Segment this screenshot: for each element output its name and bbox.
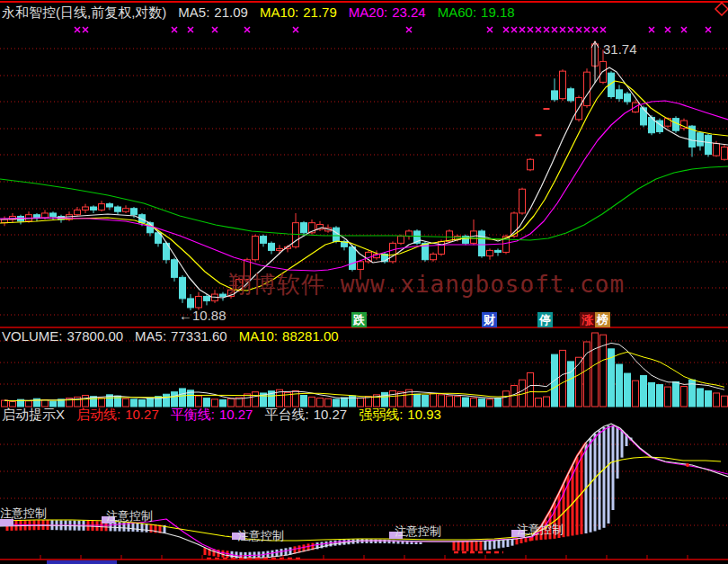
stock-chart-app: 31.74←10.88 永和智控(日线,前复权,对数)MA5:21.09MA10… (0, 0, 728, 564)
volume-ma10-readout: MA10:88281.00 (239, 328, 339, 344)
diamond-logo-icon[interactable] (715, 3, 728, 15)
volume-ma5-readout: MA5:77331.60 (135, 328, 227, 344)
volume-panel-header: VOLUME:37800.00MA5:77331.60MA10:88281.00 (2, 328, 339, 344)
signal-label: 注意控制 (0, 506, 47, 522)
ma60-readout: MA60:19.18 (438, 4, 515, 20)
instrument-title[interactable]: 永和智控(日线,前复权,对数) (2, 4, 166, 20)
indicator-qidongxian-readout: 启动线:10.27 (76, 407, 159, 422)
market-badge-662[interactable]: 榜 (595, 312, 610, 327)
volume-readout: VOLUME:37800.00 (2, 328, 123, 344)
market-badge-536[interactable]: 财 (482, 312, 497, 327)
indicator-name[interactable]: 启动提示X (2, 407, 65, 422)
timeline-scrollbar[interactable] (47, 560, 117, 564)
market-badge-645[interactable]: 涨 (580, 312, 595, 327)
signal-label: 注意控制 (237, 528, 284, 544)
ma20-readout: MA20:23.24 (349, 4, 426, 20)
market-badge-391[interactable]: 跌 (351, 312, 367, 327)
signal-label: 注意控制 (106, 508, 153, 524)
signal-label: 注意控制 (395, 524, 441, 540)
market-badge-598[interactable]: 停 (537, 312, 553, 327)
watermark: 翔博软件 www.xiangbosoft.com (228, 269, 625, 300)
main-chart-header: 永和智控(日线,前复权,对数)MA5:21.09MA10:21.79MA20:2… (2, 4, 515, 22)
indicator-pingtaixian-readout: 平台线:10.27 (264, 407, 347, 422)
signal-label: 注意控制 (517, 522, 564, 538)
indicator-pinghengxian-readout: 平衡线:10.27 (171, 407, 253, 422)
ma5-readout: MA5:21.09 (178, 4, 248, 20)
ma10-readout: MA10:21.79 (260, 4, 337, 20)
indicator-panel-header: 启动提示X启动线:10.27平衡线:10.27平台线:10.27强弱线:10.9… (2, 407, 441, 424)
high-price-label: 31.74 (603, 41, 637, 57)
low-price-label: ←10.88 (179, 308, 226, 323)
indicator-qiangruoxian-readout: 强弱线:10.93 (359, 407, 441, 422)
